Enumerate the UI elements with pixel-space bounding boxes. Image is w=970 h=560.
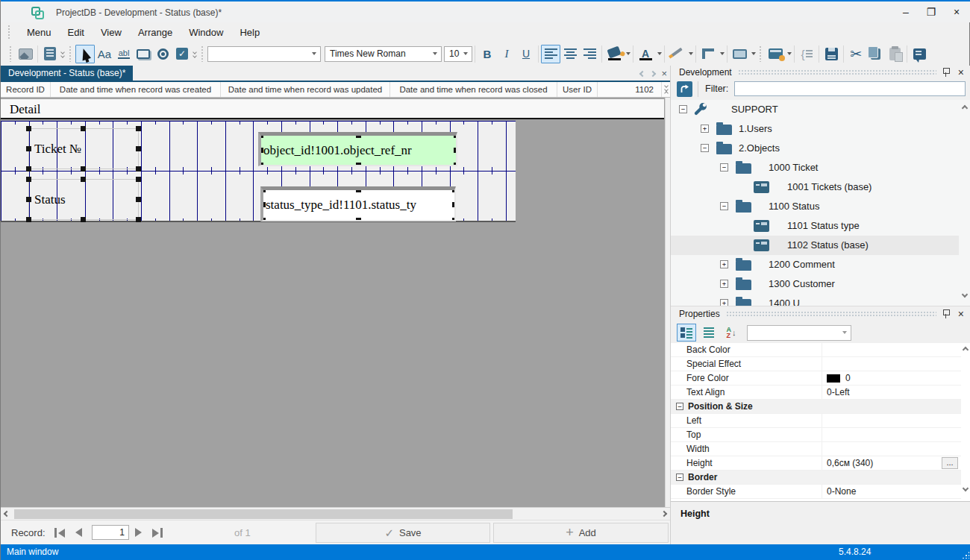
- property-row-top[interactable]: Top: [671, 428, 961, 442]
- menu-item-help[interactable]: Help: [231, 24, 268, 41]
- locate-object-button[interactable]: [677, 81, 692, 97]
- scroll-left-icon[interactable]: [4, 511, 10, 517]
- scroll-down-icon[interactable]: [962, 292, 968, 298]
- fill-color-dropdown-icon[interactable]: [626, 52, 630, 55]
- save-toolbar-button[interactable]: [822, 45, 841, 63]
- scroll-up-icon[interactable]: [962, 105, 968, 111]
- font-size-combobox[interactable]: 10: [444, 46, 472, 62]
- property-row-back-color[interactable]: Back Color: [671, 343, 961, 357]
- first-record-button[interactable]: [54, 528, 65, 538]
- font-name-combobox[interactable]: Times New Roman: [325, 46, 442, 62]
- designer-vertical-scrollbar[interactable]: [665, 98, 670, 507]
- toolbar-overflow-icon[interactable]: [61, 51, 64, 57]
- button-tool-button[interactable]: [134, 45, 153, 63]
- properties-vertical-scrollbar[interactable]: [961, 343, 970, 501]
- status-field-control[interactable]: status_type_id!1101.status_ty: [260, 186, 456, 221]
- column-record-id[interactable]: Record ID: [1, 82, 51, 97]
- filter-input[interactable]: [734, 81, 966, 96]
- property-row-text-align[interactable]: Text Align0-Left: [671, 386, 961, 400]
- pin-icon[interactable]: [942, 68, 949, 77]
- toolbar-grip[interactable]: [69, 45, 72, 62]
- align-right-button[interactable]: [580, 45, 599, 63]
- collapse-icon[interactable]: −: [701, 144, 709, 152]
- close-button[interactable]: ×: [944, 1, 969, 22]
- line-color-dropdown-icon[interactable]: [689, 52, 693, 55]
- form-settings-button[interactable]: [766, 45, 785, 63]
- maximize-button[interactable]: ❐: [919, 1, 944, 22]
- radio-tool-button[interactable]: [153, 45, 172, 63]
- group-button[interactable]: {: [797, 45, 816, 63]
- toolbar-grip[interactable]: [759, 45, 763, 62]
- copy-button[interactable]: [866, 45, 885, 63]
- menu-item-menu[interactable]: Menu: [19, 24, 60, 41]
- expand-icon[interactable]: +: [701, 125, 709, 133]
- align-center-button[interactable]: [560, 45, 580, 63]
- tree-item-1400-clipped[interactable]: + 1400 U: [671, 294, 959, 306]
- property-row-border-style[interactable]: Border Style0-None: [671, 485, 961, 499]
- label-tool-button[interactable]: Aa: [95, 45, 114, 63]
- property-row-width[interactable]: Width: [671, 442, 961, 456]
- bold-button[interactable]: B: [478, 45, 497, 63]
- height-ellipsis-button[interactable]: ...: [942, 457, 958, 469]
- border-dropdown-icon[interactable]: [720, 52, 725, 55]
- menu-item-arrange[interactable]: Arrange: [130, 24, 181, 41]
- collapse-icon[interactable]: −: [720, 163, 728, 172]
- property-row-fore-color[interactable]: Fore Color 0: [671, 371, 961, 386]
- tree-item-objects[interactable]: − 2.Objects: [671, 139, 959, 158]
- scroll-right-icon[interactable]: [661, 511, 667, 517]
- categorized-view-button[interactable]: [677, 324, 696, 342]
- list-view-button[interactable]: [699, 324, 719, 342]
- scroll-up-icon[interactable]: [963, 347, 969, 353]
- cut-button[interactable]: ✂: [846, 45, 866, 63]
- tab-close-icon[interactable]: ×: [661, 69, 667, 78]
- menu-item-edit[interactable]: Edit: [60, 24, 93, 41]
- fill-color-button[interactable]: [604, 45, 624, 63]
- shape-button[interactable]: [730, 45, 749, 63]
- tab-scroll-right-icon[interactable]: [650, 70, 656, 76]
- next-record-button[interactable]: [135, 528, 142, 537]
- property-category-position-size[interactable]: − Position & Size: [671, 400, 961, 414]
- tree-item-1000-ticket[interactable]: − 1000 Ticket: [671, 158, 959, 177]
- tree-item-support[interactable]: − SUPPORT: [671, 100, 959, 119]
- tree-item-1001-tickets-base[interactable]: 1001 Tickets (base): [671, 177, 959, 197]
- add-record-button[interactable]: + Add: [493, 523, 669, 543]
- ticket-field-control[interactable]: object_id!1001.object_ref_nr: [258, 132, 457, 166]
- detail-section-band[interactable]: Detail: [1, 99, 664, 119]
- font-color-button[interactable]: A: [636, 45, 655, 63]
- toolbar-overflow-icon[interactable]: [193, 51, 196, 57]
- tree-item-1100-status[interactable]: − 1100 Status: [671, 197, 959, 216]
- italic-button[interactable]: I: [497, 45, 516, 63]
- expand-icon[interactable]: +: [720, 260, 728, 268]
- column-updated[interactable]: Date and time when record was updated: [221, 82, 390, 97]
- collapse-icon[interactable]: −: [720, 202, 728, 210]
- scrollbar-thumb[interactable]: [14, 509, 513, 519]
- tree-item-1101-status-type[interactable]: 1101 Status type: [671, 216, 959, 236]
- collapse-icon[interactable]: −: [676, 403, 683, 410]
- toolbar-grip[interactable]: [201, 45, 204, 62]
- designer-horizontal-scrollbar[interactable]: [1, 507, 670, 520]
- panel-drag-hatch[interactable]: [726, 311, 936, 317]
- development-close-icon[interactable]: ×: [958, 67, 964, 78]
- shape-dropdown-icon[interactable]: [751, 52, 756, 55]
- column-user-id[interactable]: User ID: [557, 82, 598, 97]
- ticket-label-control[interactable]: Ticket №: [28, 128, 139, 169]
- minimize-button[interactable]: –: [893, 1, 919, 22]
- expand-icon[interactable]: +: [720, 280, 728, 288]
- record-number-input[interactable]: 1: [92, 525, 129, 540]
- last-record-button[interactable]: [152, 528, 163, 538]
- column-1102[interactable]: 1102: [598, 82, 662, 97]
- toolbar-grip[interactable]: [9, 45, 13, 62]
- scroll-down-icon[interactable]: [963, 485, 969, 491]
- property-row-left[interactable]: Left: [671, 414, 961, 428]
- checkbox-tool-button[interactable]: ✓: [172, 45, 192, 63]
- tab-scroll-left-icon[interactable]: [639, 70, 645, 76]
- menu-item-view[interactable]: View: [93, 24, 130, 41]
- border-button[interactable]: [698, 45, 718, 63]
- expand-icon[interactable]: +: [720, 299, 728, 306]
- form-designer-canvas[interactable]: Detail Ticket № object_id!1001.object_re…: [1, 98, 670, 507]
- status-label-control[interactable]: Status: [28, 179, 139, 220]
- column-closed[interactable]: Date and time when record was closed: [390, 82, 557, 97]
- tree-item-1102-status-base[interactable]: 1102 Status (base): [671, 236, 959, 255]
- font-color-dropdown-icon[interactable]: [657, 52, 662, 55]
- underline-button[interactable]: U: [516, 45, 536, 63]
